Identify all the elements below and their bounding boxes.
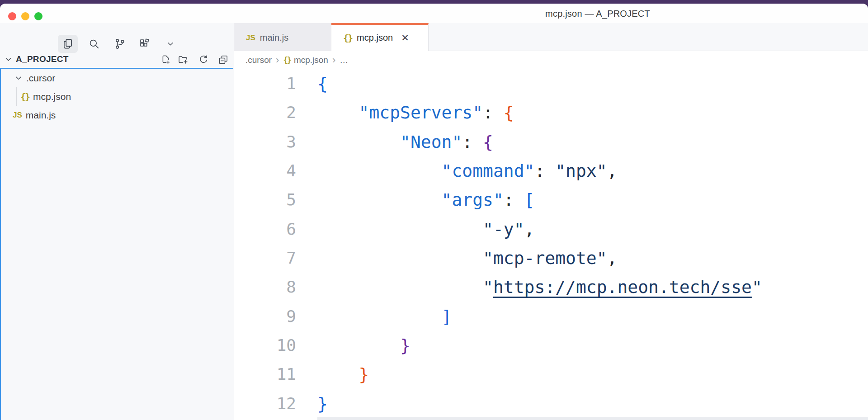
- code-text: "-y",: [317, 215, 534, 244]
- titlebar: mcp.json — A_PROJECT: [0, 4, 868, 23]
- tree-item-main-js[interactable]: JS main.js: [1, 106, 233, 124]
- line-number: 3: [234, 127, 296, 156]
- code-line[interactable]: 5"args": [: [234, 185, 868, 214]
- collapse-folders-button[interactable]: [217, 53, 230, 66]
- code-token: ,: [607, 248, 618, 268]
- code-token: ": [483, 277, 493, 297]
- project-title: A_PROJECT: [16, 54, 69, 64]
- line-number: 10: [234, 331, 296, 360]
- code-token: ]: [442, 307, 452, 326]
- new-folder-button[interactable]: [177, 53, 189, 66]
- tab-label: main.js: [260, 33, 288, 43]
- json-file-icon: {}: [343, 33, 352, 43]
- traffic-lights: [8, 12, 42, 20]
- code-line[interactable]: 6"-y",: [234, 215, 868, 244]
- code-text: }: [317, 389, 328, 418]
- explorer-icon[interactable]: [58, 35, 78, 53]
- tab-close-icon[interactable]: ✕: [400, 32, 410, 43]
- code-token: "mcp-remote": [483, 248, 607, 268]
- line-number: 1: [234, 69, 296, 98]
- code-line[interactable]: 11}: [234, 360, 868, 389]
- code-text: "mcp-remote",: [317, 244, 617, 273]
- tree-item-cursor-folder[interactable]: .cursor: [1, 69, 233, 87]
- more-views-chevron-icon[interactable]: [160, 35, 180, 53]
- folder-chevron-icon: [14, 74, 23, 82]
- extensions-icon[interactable]: [135, 35, 155, 53]
- indent-guide: [16, 87, 17, 106]
- line-number: 8: [234, 273, 296, 302]
- line-number: 7: [234, 244, 296, 273]
- code-text: "command": "npx",: [317, 156, 617, 185]
- code-text: }: [317, 331, 410, 360]
- line-number: 9: [234, 302, 296, 331]
- code-token: ": [752, 277, 762, 297]
- code-line[interactable]: 9]: [234, 302, 868, 331]
- code-lines: 1{2"mcpServers": {3"Neon": {4"command": …: [234, 69, 868, 418]
- code-line[interactable]: 1{: [234, 69, 868, 98]
- code-token: }: [359, 364, 369, 384]
- editor: 1{2"mcpServers": {3"Neon": {4"command": …: [234, 69, 868, 420]
- app-window: mcp.json — A_PROJECT: [0, 4, 868, 420]
- code-text: "args": [: [317, 185, 534, 214]
- code-token: {: [317, 74, 328, 94]
- code-token: }: [400, 335, 410, 355]
- zoom-window-button[interactable]: [34, 12, 42, 20]
- tab-main-js[interactable]: JS main.js: [234, 23, 331, 51]
- editor-group: JS main.js {} mcp.json ✕ .cursor › {} mc…: [234, 23, 868, 420]
- file-label: mcp.json: [33, 91, 71, 102]
- code-line[interactable]: 10}: [234, 331, 868, 360]
- code-token: "-y": [483, 219, 524, 239]
- window-title: mcp.json — A_PROJECT: [507, 9, 688, 19]
- js-file-icon: JS: [13, 111, 22, 120]
- file-label: main.js: [26, 110, 56, 121]
- sidebar: A_PROJECT: [0, 23, 234, 420]
- line-number: 11: [234, 360, 296, 389]
- line-number: 12: [234, 389, 296, 418]
- json-file-icon: {}: [20, 91, 29, 102]
- code-line[interactable]: 4"command": "npx",: [234, 156, 868, 185]
- code-text: "Neon": {: [317, 127, 493, 156]
- code-token: {: [504, 103, 514, 123]
- breadcrumb-ellipsis[interactable]: …: [340, 55, 348, 65]
- code-line[interactable]: 7"mcp-remote",: [234, 244, 868, 273]
- json-file-icon: {}: [283, 56, 290, 65]
- code-line[interactable]: 3"Neon": {: [234, 127, 868, 156]
- tab-mcp-json[interactable]: {} mcp.json ✕: [331, 23, 429, 51]
- code-token: "Neon": [400, 132, 462, 152]
- code-text: "mcpServers": {: [317, 98, 514, 127]
- code-line[interactable]: 8"https://mcp.neon.tech/sse": [234, 273, 868, 302]
- tab-label: mcp.json: [357, 33, 393, 43]
- breadcrumb: .cursor › {} mcp.json › …: [234, 51, 868, 69]
- line-number: 6: [234, 215, 296, 244]
- breadcrumb-item-folder[interactable]: .cursor: [245, 55, 272, 65]
- code-token: ,: [607, 161, 618, 181]
- file-tree: .cursor {} mcp.json JS main.js: [0, 68, 233, 420]
- code-token: ,: [524, 219, 535, 239]
- section-chevron-icon: [4, 55, 13, 64]
- close-window-button[interactable]: [8, 12, 16, 20]
- search-icon[interactable]: [84, 35, 104, 53]
- tree-item-mcp-json[interactable]: {} mcp.json: [1, 87, 233, 106]
- js-file-icon: JS: [246, 33, 255, 42]
- code-token: :: [462, 132, 483, 152]
- horizontal-scrollbar[interactable]: [317, 417, 868, 420]
- tab-bar: JS main.js {} mcp.json ✕: [234, 23, 868, 51]
- refresh-explorer-button[interactable]: [197, 53, 210, 66]
- code-token: [: [524, 190, 535, 210]
- line-number: 4: [234, 156, 296, 185]
- code-token: {: [483, 132, 493, 152]
- code-token: "args": [442, 190, 504, 210]
- code-text: }: [317, 360, 369, 389]
- code-token: :: [534, 161, 555, 181]
- code-token: "command": [442, 161, 535, 181]
- minimize-window-button[interactable]: [21, 12, 29, 20]
- code-token: :: [504, 190, 524, 210]
- code-text: ]: [317, 302, 452, 331]
- source-control-icon[interactable]: [110, 35, 130, 53]
- code-token: }: [317, 394, 328, 414]
- code-line[interactable]: 12}: [234, 389, 868, 418]
- code-line[interactable]: 2"mcpServers": {: [234, 98, 868, 127]
- new-file-button[interactable]: [160, 53, 172, 66]
- url-link[interactable]: https://mcp.neon.tech/sse: [493, 277, 752, 297]
- breadcrumb-item-file[interactable]: mcp.json: [294, 55, 328, 65]
